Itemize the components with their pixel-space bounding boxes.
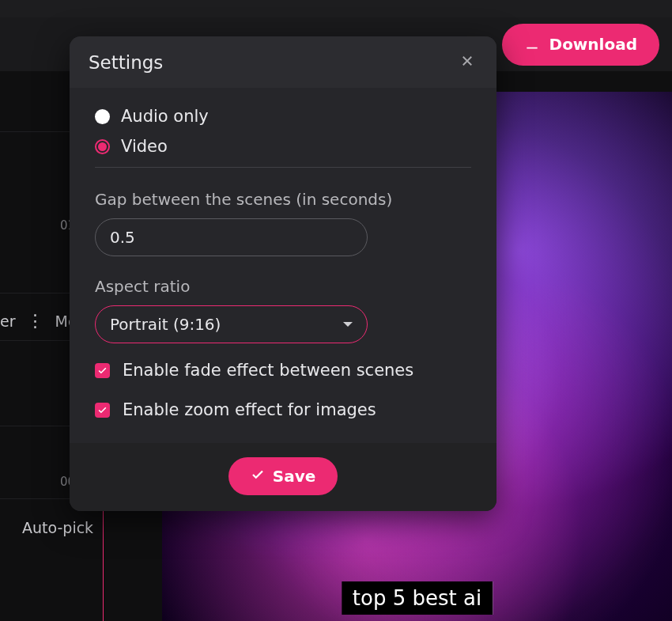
modal-body: Audio only Video Gap between the scenes … bbox=[70, 88, 496, 443]
zoom-effect-checkbox[interactable]: Enable zoom effect for images bbox=[95, 400, 471, 419]
radio-selected-icon bbox=[95, 139, 110, 154]
aspect-ratio-value: Portrait (9:16) bbox=[110, 315, 221, 334]
settings-modal: Settings Audio only Video Gap between th… bbox=[70, 36, 496, 511]
autopick-label[interactable]: Auto-pick bbox=[22, 519, 93, 536]
checkbox-checked-icon bbox=[95, 363, 110, 378]
gap-input[interactable] bbox=[95, 218, 368, 256]
modal-header: Settings bbox=[70, 36, 496, 88]
divider bbox=[95, 167, 471, 168]
aspect-ratio-select[interactable]: Portrait (9:16) bbox=[95, 305, 368, 343]
fade-effect-checkbox[interactable]: Enable fade effect between scenes bbox=[95, 361, 471, 380]
gap-field: Gap between the scenes (in seconds) bbox=[95, 190, 471, 256]
gap-label: Gap between the scenes (in seconds) bbox=[95, 190, 471, 209]
close-icon bbox=[460, 59, 474, 70]
aspect-ratio-label: Aspect ratio bbox=[95, 277, 471, 296]
fade-effect-label: Enable fade effect between scenes bbox=[123, 361, 413, 380]
window-topbar bbox=[0, 0, 672, 17]
download-button[interactable]: Download bbox=[502, 24, 659, 66]
zoom-effect-label: Enable zoom effect for images bbox=[123, 400, 376, 419]
radio-unselected-icon bbox=[95, 109, 110, 124]
aspect-ratio-field: Aspect ratio Portrait (9:16) bbox=[95, 277, 471, 343]
modal-title: Settings bbox=[89, 52, 163, 73]
download-button-label: Download bbox=[549, 35, 637, 54]
save-button-label: Save bbox=[273, 467, 316, 486]
sidebar-truncated-text: er bbox=[0, 312, 16, 330]
radio-label: Audio only bbox=[121, 107, 209, 126]
radio-label: Video bbox=[121, 137, 168, 156]
video-caption: top 5 best ai bbox=[342, 581, 493, 615]
radio-audio-only[interactable]: Audio only bbox=[95, 107, 471, 126]
modal-footer: Save bbox=[70, 443, 496, 511]
save-button[interactable]: Save bbox=[228, 457, 338, 495]
radio-video[interactable]: Video bbox=[95, 137, 471, 156]
chevron-down-icon bbox=[343, 322, 353, 327]
more-vert-icon[interactable]: ⋮ bbox=[27, 312, 44, 330]
check-icon bbox=[251, 467, 265, 486]
download-icon bbox=[524, 35, 540, 55]
close-button[interactable] bbox=[457, 51, 478, 74]
checkbox-checked-icon bbox=[95, 403, 110, 418]
